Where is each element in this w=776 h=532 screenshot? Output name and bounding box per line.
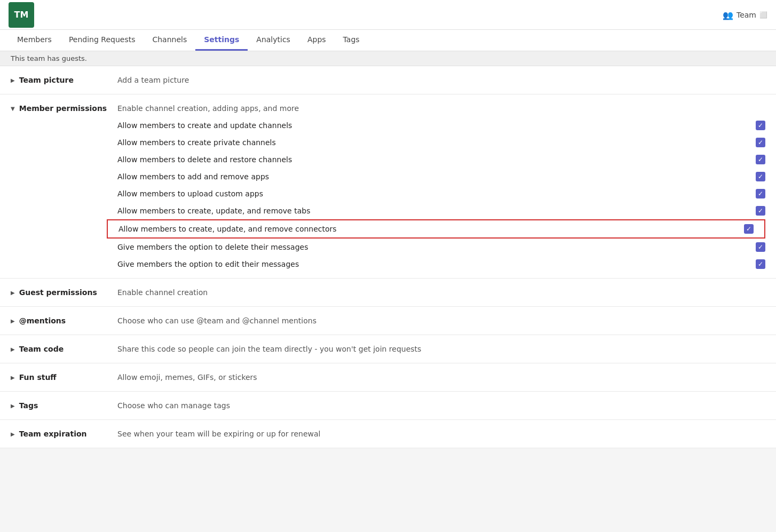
checkbox-4[interactable] [756,189,765,198]
nav-tabs: Members Pending Requests Channels Settin… [0,30,776,51]
member-permissions-label: Member permissions [19,104,107,113]
perm-label-1: Allow members to create private channels [117,138,747,147]
tab-apps[interactable]: Apps [299,30,335,51]
member-permissions-header: ▼ Member permissions Enable channel crea… [0,94,776,117]
perm-label-5: Allow members to create, update, and rem… [117,207,747,215]
fun-stuff-arrow: ▶ [11,375,15,380]
tab-analytics[interactable]: Analytics [248,30,299,51]
fun-stuff-desc: Allow emoji, memes, GIFs, or stickers [117,373,765,382]
perm-label-7: Give members the option to delete their … [117,243,747,251]
tags-section: ▶ Tags Choose who can manage tags [0,392,776,420]
perm-delete-messages: Give members the option to delete their … [0,239,776,256]
checkbox-7[interactable] [756,242,765,252]
avatar: TM [9,2,34,28]
perm-label-3: Allow members to add and remove apps [117,172,747,181]
checkbox-5[interactable] [756,206,765,216]
mentions-desc: Choose who can use @team and @channel me… [117,316,765,325]
perm-delete-restore-channels: Allow members to delete and restore chan… [0,151,776,168]
tab-pending-requests[interactable]: Pending Requests [60,30,144,51]
perm-label-2: Allow members to delete and restore chan… [117,155,747,164]
checkbox-8[interactable] [756,259,765,269]
team-code-toggle[interactable]: ▶ Team code [11,345,117,353]
perm-label-0: Allow members to create and update chann… [117,121,747,130]
perm-create-update-remove-tabs: Allow members to create, update, and rem… [0,202,776,219]
perm-create-update-remove-connectors: Allow members to create, update, and rem… [107,219,765,239]
guest-permissions-desc: Enable channel creation [117,288,765,297]
header-right: 👥 Team ⬜ [723,10,767,20]
main-content: ▶ Team picture Add a team picture ▼ Memb… [0,66,776,448]
team-code-arrow: ▶ [11,346,15,352]
checkbox-1[interactable] [756,138,765,147]
perm-edit-messages: Give members the option to edit their me… [0,256,776,273]
member-permissions-toggle[interactable]: ▼ Member permissions [11,104,117,113]
tab-tags[interactable]: Tags [335,30,368,51]
team-code-section: ▶ Team code Share this code so people ca… [0,335,776,363]
team-expiration-toggle[interactable]: ▶ Team expiration [11,430,117,438]
guest-permissions-label: Guest permissions [19,288,97,297]
tags-arrow: ▶ [11,403,15,409]
team-picture-toggle[interactable]: ▶ Team picture [11,76,117,84]
fun-stuff-section: ▶ Fun stuff Allow emoji, memes, GIFs, or… [0,363,776,392]
member-permissions-arrow: ▼ [11,106,15,112]
member-permissions-section: ▼ Member permissions Enable channel crea… [0,94,776,279]
mentions-section: ▶ @mentions Choose who can use @team and… [0,307,776,335]
guest-permissions-arrow: ▶ [11,290,15,296]
team-expiration-section: ▶ Team expiration See when your team wil… [0,420,776,448]
team-expiration-desc: See when your team will be expiring or u… [117,430,765,438]
perm-add-remove-apps: Allow members to add and remove apps [0,168,776,185]
mentions-label: @mentions [19,316,66,325]
mentions-arrow: ▶ [11,318,15,324]
guest-banner-text: This team has guests. [11,54,87,62]
fun-stuff-toggle[interactable]: ▶ Fun stuff [11,373,117,382]
perm-upload-custom-apps: Allow members to upload custom apps [0,185,776,202]
fun-stuff-label: Fun stuff [19,373,57,382]
people-icon: 👥 [723,10,733,20]
team-code-label: Team code [19,345,64,353]
checkbox-3[interactable] [756,172,765,181]
perm-create-private-channels: Allow members to create private channels [0,134,776,151]
tags-toggle[interactable]: ▶ Tags [11,401,117,410]
team-picture-arrow: ▶ [11,77,15,83]
mentions-toggle[interactable]: ▶ @mentions [11,316,117,325]
checkbox-0[interactable] [756,121,765,130]
tab-members[interactable]: Members [9,30,60,51]
team-expiration-label: Team expiration [19,430,87,438]
team-picture-desc: Add a team picture [117,76,765,84]
tags-desc: Choose who can manage tags [117,401,765,410]
header: TM 👥 Team ⬜ [0,0,776,30]
guest-banner: This team has guests. [0,51,776,66]
permission-items-container: Allow members to create and update chann… [0,117,776,273]
checkbox-2[interactable] [756,155,765,164]
team-expiration-arrow: ▶ [11,431,15,437]
tab-channels[interactable]: Channels [144,30,195,51]
team-code-desc: Share this code so people can join the t… [117,345,765,353]
tags-label: Tags [19,401,38,410]
perm-label-8: Give members the option to edit their me… [117,260,747,268]
tab-settings[interactable]: Settings [195,30,248,51]
member-permissions-desc: Enable channel creation, adding apps, an… [117,104,765,113]
perm-label-4: Allow members to upload custom apps [117,189,747,198]
guest-permissions-section: ▶ Guest permissions Enable channel creat… [0,279,776,307]
team-label: Team [737,11,756,19]
perm-create-update-channels: Allow members to create and update chann… [0,117,776,134]
guest-permissions-toggle[interactable]: ▶ Guest permissions [11,288,117,297]
team-picture-section: ▶ Team picture Add a team picture [0,66,776,94]
expand-icon: ⬜ [759,11,767,19]
team-picture-label: Team picture [19,76,74,84]
checkbox-6[interactable] [744,224,754,234]
perm-label-6: Allow members to create, update, and rem… [118,225,735,233]
